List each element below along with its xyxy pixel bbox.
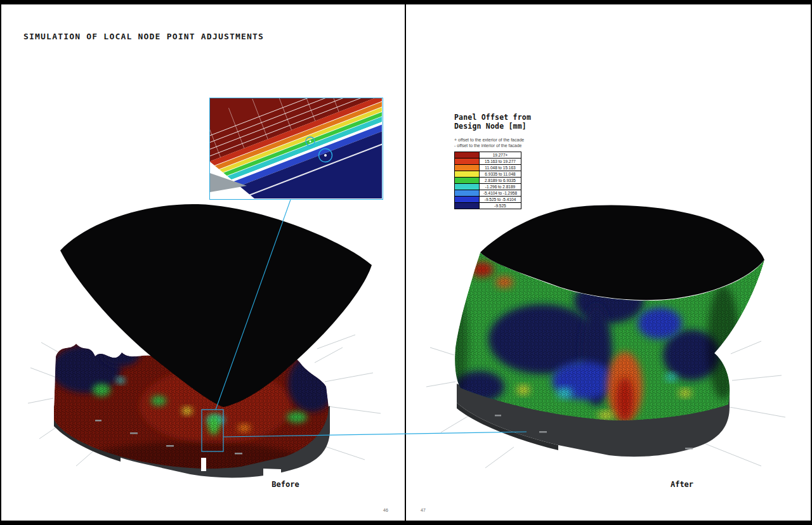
frame-left-border: [0, 0, 1, 525]
after-door-small: [595, 462, 600, 475]
legend-row: -1.296 to 2.8189: [455, 184, 521, 190]
legend-entry-label: 6.9335 to 11.048: [480, 171, 521, 177]
legend-swatch: [455, 171, 480, 177]
legend-note-positive: + offset to the exterior of the facade: [454, 137, 562, 143]
legend-entry-label: -9.525 to -5.4104: [480, 197, 521, 202]
detail-inset-figure: [210, 98, 382, 198]
legend-swatch: [455, 165, 480, 171]
legend-swatch: [455, 190, 480, 196]
before-door-small: [201, 458, 206, 471]
page-spine-divider: [405, 0, 406, 525]
legend-row: 19.277+: [455, 152, 521, 159]
page-number-right: 47: [421, 508, 426, 512]
legend-row: -9.525: [455, 203, 521, 209]
legend-entry-label: 15.163 to 19.277: [480, 159, 521, 164]
legend-row: -5.4104 to -1.2958: [455, 190, 521, 197]
legend-row: 2.8189 to 6.9335: [455, 178, 521, 184]
legend-row: -9.525 to -5.4104: [455, 197, 521, 203]
legend-row: 15.163 to 19.277: [455, 159, 521, 165]
callout-dot-small: [310, 141, 311, 143]
before-label: Before: [247, 480, 324, 489]
legend-table: 19.277+15.163 to 19.27711.048 to 15.1636…: [454, 152, 521, 209]
legend-notes: + offset to the exterior of the facade -…: [454, 137, 562, 148]
detail-inset-box: [209, 98, 383, 200]
legend-swatch: [455, 159, 480, 164]
legend-entry-label: -5.4104 to -1.2958: [480, 190, 521, 196]
legend-swatch: [455, 178, 480, 183]
frame-top-border: [0, 0, 812, 4]
legend-entry-label: -9.525: [480, 203, 521, 209]
legend-entry-label: -1.296 to 2.8189: [480, 184, 521, 190]
legend-entry-label: 2.8189 to 6.9335: [480, 178, 521, 183]
legend-row: 6.9335 to 11.048: [455, 171, 521, 178]
page-title: SIMULATION OF LOCAL NODE POINT ADJUSTMEN…: [23, 32, 264, 41]
before-building-figure: [25, 197, 393, 495]
legend-entry-label: 11.048 to 15.163: [480, 165, 521, 171]
frame-bottom-border: [0, 521, 812, 525]
legend-note-negative: - offset to the interior of the facade: [454, 143, 562, 148]
legend-swatch: [455, 197, 480, 202]
legend: Panel Offset from Design Node [mm] + off…: [454, 113, 562, 209]
legend-swatch: [455, 203, 480, 209]
after-door: [665, 465, 683, 479]
after-building-figure: [419, 197, 799, 495]
legend-row: 11.048 to 15.163: [455, 165, 521, 171]
document-spread: SIMULATION OF LOCAL NODE POINT ADJUSTMEN…: [0, 0, 812, 525]
legend-title: Panel Offset from Design Node [mm]: [454, 113, 562, 131]
after-label: After: [644, 480, 720, 489]
callout-dot-large: [324, 154, 327, 157]
legend-swatch: [455, 184, 480, 190]
legend-entry-label: 19.277+: [480, 152, 521, 158]
page-number-left: 46: [383, 508, 388, 512]
legend-swatch: [455, 152, 480, 158]
